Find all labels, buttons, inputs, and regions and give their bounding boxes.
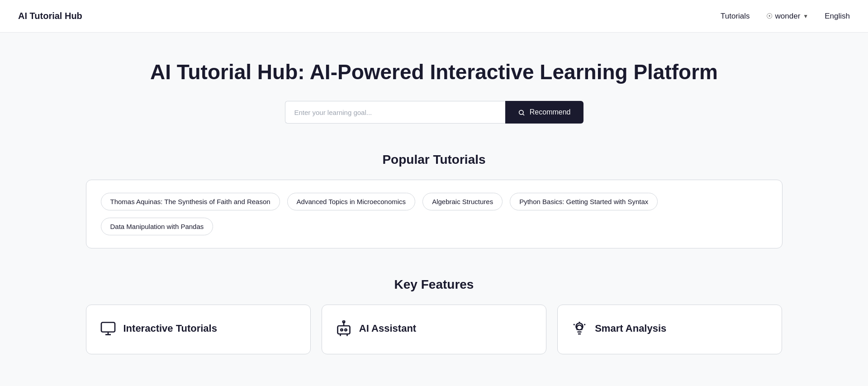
navbar-right: Tutorials ☉ wonder ▼ English [721, 12, 850, 21]
tutorial-tag[interactable]: Python Basics: Getting Started with Synt… [510, 193, 658, 210]
feature-title-interactive-tutorials: Interactive Tutorials [123, 323, 217, 334]
language-selector[interactable]: English [825, 12, 850, 21]
nav-tutorials-link[interactable]: Tutorials [721, 12, 750, 21]
monitor-icon [99, 319, 117, 338]
brand-logo[interactable]: AI Tutorial Hub [18, 11, 82, 21]
key-features-title: Key Features [394, 277, 474, 292]
tutorial-tag[interactable]: Advanced Topics in Microeconomics [287, 193, 416, 210]
bot-icon [335, 319, 353, 338]
feature-title-smart-analysis: Smart Analysis [595, 323, 666, 334]
bulb-icon [570, 319, 588, 338]
feature-icon-row-smart-analysis: Smart Analysis [570, 319, 666, 338]
recommend-label: Recommend [530, 108, 571, 116]
svg-rect-2 [101, 323, 115, 332]
feature-card-ai-assistant: AI Assistant [322, 305, 546, 354]
main-content: AI Tutorial Hub: AI-Powered Interactive … [0, 33, 868, 372]
svg-point-6 [341, 329, 343, 331]
feature-icon-row-ai-assistant: AI Assistant [335, 319, 416, 338]
popular-tutorials-box: Thomas Aquinas: The Synthesis of Faith a… [86, 180, 783, 248]
feature-icon-row-interactive-tutorials: Interactive Tutorials [99, 319, 217, 338]
svg-point-7 [345, 329, 347, 331]
navbar: AI Tutorial Hub Tutorials ☉ wonder ▼ Eng… [0, 0, 868, 33]
tutorial-tag[interactable]: Data Manipulation with Pandas [101, 218, 213, 235]
search-container: Recommend [285, 101, 583, 124]
nav-user-menu[interactable]: ☉ wonder ▼ [766, 12, 809, 21]
svg-point-0 [519, 110, 523, 114]
svg-rect-5 [337, 326, 350, 334]
recommend-button[interactable]: Recommend [505, 101, 583, 124]
svg-line-1 [523, 114, 524, 115]
tutorial-tag[interactable]: Algebraic Structures [422, 193, 503, 210]
feature-card-interactive-tutorials: Interactive Tutorials [86, 305, 311, 354]
tutorial-tag[interactable]: Thomas Aquinas: The Synthesis of Faith a… [101, 193, 280, 210]
feature-title-ai-assistant: AI Assistant [359, 323, 416, 334]
popular-tutorials-title: Popular Tutorials [382, 152, 485, 167]
chevron-down-icon: ▼ [803, 13, 808, 19]
user-icon: ☉ [766, 12, 773, 20]
nav-username: wonder [775, 12, 801, 21]
search-icon [518, 108, 525, 116]
hero-title: AI Tutorial Hub: AI-Powered Interactive … [150, 60, 718, 85]
svg-line-14 [574, 324, 574, 325]
features-container: Interactive Tutorials AI Assistant Smart… [86, 305, 783, 354]
svg-line-15 [584, 324, 585, 325]
search-input[interactable] [285, 101, 505, 124]
feature-card-smart-analysis: Smart Analysis [557, 305, 782, 354]
